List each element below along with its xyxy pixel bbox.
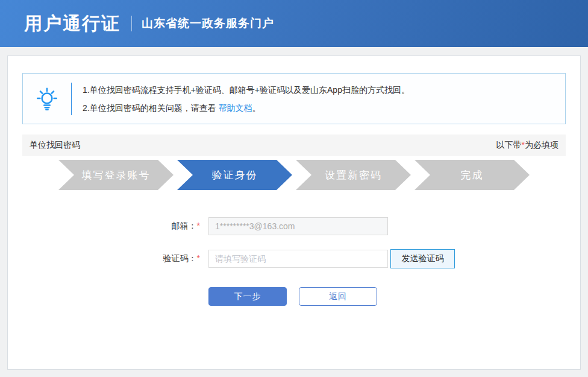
step-set-new-password: 设置新密码 [296, 160, 411, 190]
email-label-text: 邮箱： [172, 221, 197, 230]
page-header: 用户通行证 山东省统一政务服务门户 [0, 0, 588, 47]
app-title: 用户通行证 [24, 11, 120, 36]
help-doc-link[interactable]: 帮助文档 [219, 103, 252, 113]
form-actions: 下一步 返回 [22, 287, 566, 306]
step-label: 完成 [461, 168, 484, 182]
send-code-button[interactable]: 发送验证码 [390, 249, 455, 268]
step-label: 填写登录账号 [82, 168, 151, 182]
required-note: 以下带*为必填项 [496, 140, 558, 151]
recover-form: 邮箱：* 验证码：* 发送验证码 下一步 返回 [22, 217, 566, 306]
notice-line-1: 1.单位找回密码流程支持手机+验证码、邮箱号+验证码以及爱山东App扫脸的方式找… [83, 81, 410, 99]
step-complete: 完成 [414, 160, 530, 190]
step-verify-identity: 验证身份 [177, 160, 292, 190]
code-label-text: 验证码： [163, 253, 197, 263]
lightbulb-icon [23, 86, 71, 112]
code-row: 验证码：* 发送验证码 [22, 249, 566, 268]
email-label: 邮箱：* [22, 221, 208, 232]
next-step-button[interactable]: 下一步 [208, 287, 287, 306]
notice-text: 1.单位找回密码流程支持手机+验证码、邮箱号+验证码以及爱山东App扫脸的方式找… [72, 81, 410, 117]
header-divider [131, 16, 132, 31]
email-row: 邮箱：* [22, 217, 566, 235]
steps-bar: 填写登录账号 验证身份 设置新密码 完成 [58, 160, 530, 190]
step-label: 设置新密码 [325, 168, 382, 182]
back-button[interactable]: 返回 [299, 287, 377, 306]
code-required-star: * [197, 253, 200, 263]
notice-box: 1.单位找回密码流程支持手机+验证码、邮箱号+验证码以及爱山东App扫脸的方式找… [22, 73, 566, 124]
portal-subtitle: 山东省统一政务服务门户 [142, 16, 274, 31]
notice-line-2-suffix: 。 [252, 103, 261, 113]
email-required-star: * [197, 221, 200, 230]
step-fill-login-account: 填写登录账号 [58, 160, 174, 190]
code-label: 验证码：* [22, 253, 208, 264]
code-input[interactable] [208, 250, 388, 268]
section-bar: 单位找回密码 以下带*为必填项 [22, 135, 566, 156]
notice-line-2-text: 2.单位找回密码的相关问题，请查看 [83, 103, 219, 113]
email-field [208, 217, 388, 235]
required-note-prefix: 以下带 [496, 140, 522, 150]
required-note-suffix: 为必填项 [525, 140, 558, 150]
content-card: 1.单位找回密码流程支持手机+验证码、邮箱号+验证码以及爱山东App扫脸的方式找… [7, 55, 581, 370]
notice-line-2: 2.单位找回密码的相关问题，请查看 帮助文档。 [83, 99, 410, 117]
step-label: 验证身份 [212, 168, 258, 182]
section-title: 单位找回密码 [30, 140, 80, 151]
